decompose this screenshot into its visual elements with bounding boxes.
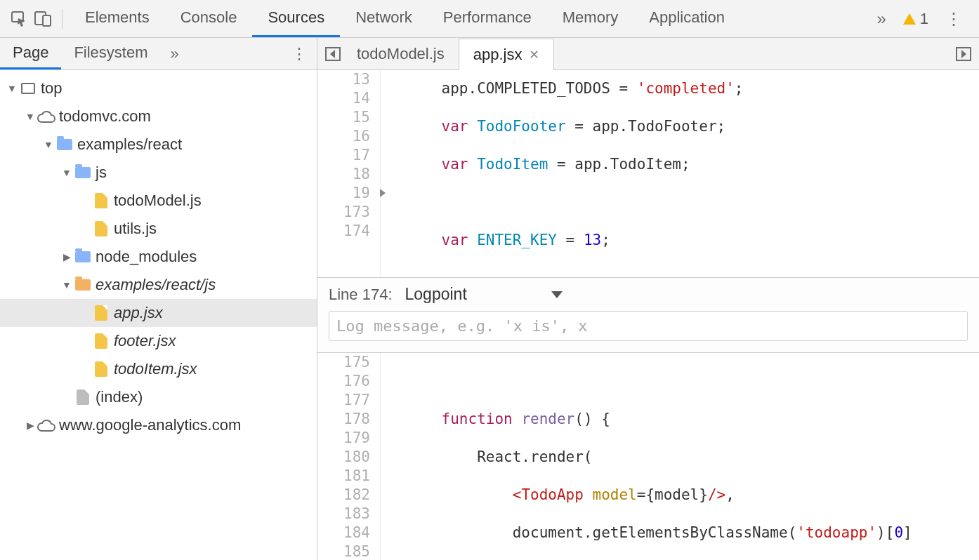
devtools-toolbar: Elements Console Sources Network Perform…: [0, 0, 979, 38]
code-viewer-lower[interactable]: 175 176 177 178 179 180 181 182 183 184 …: [317, 353, 979, 560]
expand-icon: ▼: [60, 279, 73, 291]
editor-tab-label: todoModel.js: [357, 45, 445, 63]
sidebar-tab-filesystem[interactable]: Filesystem: [61, 38, 160, 69]
tree-label: footer.jsx: [111, 332, 176, 350]
folder-icon: [73, 167, 93, 178]
sidebar-tab-page[interactable]: Page: [0, 38, 61, 69]
svg-rect-2: [43, 15, 51, 26]
cloud-icon: [37, 110, 56, 123]
tree-label: www.google-analytics.com: [56, 416, 241, 434]
tab-sources[interactable]: Sources: [252, 0, 340, 37]
sidebar-more-icon[interactable]: »: [161, 45, 189, 63]
line-gutter[interactable]: 175 176 177 178 179 180 181 182 183 184 …: [317, 353, 381, 560]
toolbar-divider: [62, 9, 63, 29]
tree-label: todoItem.jsx: [111, 360, 197, 378]
warning-icon: [903, 13, 916, 25]
file-tree: ▼ top ▼ todomvc.com ▼ examples/react ▼ j…: [0, 70, 317, 560]
tree-label: todomvc.com: [56, 107, 151, 126]
tree-label: app.jsx: [111, 304, 163, 322]
tab-network[interactable]: Network: [340, 0, 428, 37]
logpoint-input[interactable]: [329, 311, 968, 341]
tree-file-footer[interactable]: footer.jsx: [0, 327, 317, 355]
code-content[interactable]: app.COMPLETED_TODOS = 'completed'; var T…: [381, 70, 979, 277]
file-icon: [91, 193, 111, 208]
tree-folder-js[interactable]: ▼ js: [0, 159, 317, 187]
settings-menu-icon[interactable]: ⋮: [935, 9, 972, 29]
editor-tab-label: app.jsx: [473, 46, 523, 64]
gutter-foldable[interactable]: 19: [317, 184, 370, 203]
tree-folder-sourcemap[interactable]: ▼ examples/react/js: [0, 271, 317, 299]
panel-tabs: Elements Console Sources Network Perform…: [70, 0, 867, 37]
expand-icon: ▼: [24, 111, 37, 122]
folder-icon: [73, 279, 93, 291]
tab-console[interactable]: Console: [165, 0, 253, 37]
tree-file-utils[interactable]: utils.js: [0, 215, 317, 243]
editor-tabs: todoModel.js app.jsx ✕: [317, 38, 979, 70]
expand-icon: ▶: [60, 251, 73, 262]
file-icon: [91, 333, 111, 349]
editor-tab-todomodel[interactable]: todoModel.js: [343, 38, 459, 69]
tree-label: utils.js: [111, 220, 157, 238]
expand-icon: ▼: [60, 167, 73, 178]
tree-file-index[interactable]: (index): [0, 383, 317, 411]
sources-sidebar: Page Filesystem » ⋮ ▼ top ▼ todomvc.com …: [0, 38, 317, 560]
tree-file-todoitem[interactable]: todoItem.jsx: [0, 355, 317, 383]
expand-icon: ▼: [6, 83, 18, 94]
tree-label: top: [38, 79, 63, 98]
warning-count: 1: [920, 10, 928, 28]
code-content[interactable]: function render() { React.render( <TodoA…: [381, 353, 979, 560]
breakpoint-editor: Line 174: Logpoint: [317, 277, 979, 353]
tree-label: todoModel.js: [111, 192, 202, 210]
close-icon[interactable]: ✕: [529, 47, 539, 62]
expand-icon: ▶: [24, 420, 37, 431]
fold-icon[interactable]: [380, 189, 386, 197]
device-toggle-icon[interactable]: [31, 7, 55, 31]
tab-memory[interactable]: Memory: [547, 0, 633, 37]
more-tabs-icon[interactable]: »: [867, 9, 895, 29]
tab-elements[interactable]: Elements: [70, 0, 165, 37]
show-navigator-icon[interactable]: [323, 44, 343, 64]
tab-performance[interactable]: Performance: [428, 0, 547, 37]
tree-label: (index): [93, 388, 143, 406]
expand-icon: ▼: [42, 139, 55, 150]
inspect-icon[interactable]: [7, 7, 31, 31]
folder-icon: [73, 251, 93, 262]
sidebar-tabs: Page Filesystem » ⋮: [0, 38, 317, 70]
show-debugger-icon[interactable]: [954, 44, 973, 64]
warnings-badge[interactable]: 1: [896, 10, 935, 28]
code-viewer[interactable]: 13 14 15 16 17 18 19 173 174 app.COMPLET…: [317, 70, 979, 277]
folder-icon: [55, 139, 74, 150]
chevron-down-icon: [551, 291, 563, 298]
tree-folder-examples[interactable]: ▼ examples/react: [0, 131, 317, 159]
tree-ga-domain[interactable]: ▶ www.google-analytics.com: [0, 411, 317, 439]
tab-application[interactable]: Application: [633, 0, 740, 37]
tree-label: js: [93, 164, 107, 182]
tree-top[interactable]: ▼ top: [0, 74, 317, 102]
line-gutter[interactable]: 13 14 15 16 17 18 19 173 174: [317, 70, 381, 277]
editor-pane: todoModel.js app.jsx ✕ 13 14 15 16 17 18…: [317, 38, 979, 560]
main-area: Page Filesystem » ⋮ ▼ top ▼ todomvc.com …: [0, 38, 979, 560]
frame-icon: [18, 83, 38, 94]
editor-tab-app[interactable]: app.jsx ✕: [459, 39, 555, 70]
breakpoint-type-dropdown[interactable]: Logpoint: [405, 285, 563, 304]
file-icon: [73, 389, 93, 405]
tree-file-app[interactable]: app.jsx: [0, 299, 317, 327]
sidebar-menu-icon[interactable]: ⋮: [282, 45, 317, 63]
logpoint-line-label: Line 174:: [329, 286, 393, 304]
file-icon: [91, 305, 111, 321]
tree-domain[interactable]: ▼ todomvc.com: [0, 102, 317, 131]
tree-folder-nodemodules[interactable]: ▶ node_modules: [0, 243, 317, 271]
file-icon: [91, 221, 111, 236]
tree-label: examples/react: [74, 135, 182, 154]
dropdown-value: Logpoint: [405, 285, 467, 304]
cloud-icon: [37, 419, 56, 432]
tree-file-todomodel[interactable]: todoModel.js: [0, 187, 317, 215]
tree-label: node_modules: [93, 248, 197, 266]
file-icon: [91, 361, 111, 377]
tree-label: examples/react/js: [93, 276, 216, 294]
